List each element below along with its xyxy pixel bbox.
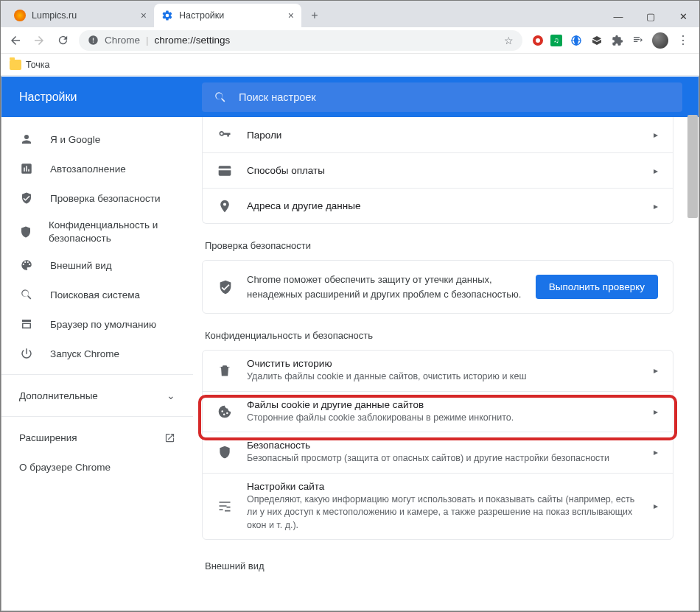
chevron-down-icon: ⌄ — [167, 390, 175, 401]
chevron-right-icon: ▸ — [654, 201, 658, 211]
settings-header: Настройки Поиск настроек — [1, 77, 699, 117]
menu-button[interactable]: ⋮ — [676, 33, 690, 47]
reload-button[interactable] — [52, 30, 73, 51]
tab-title: Lumpics.ru — [32, 10, 77, 21]
row-title: Адреса и другие данные — [247, 200, 639, 211]
privacy-card: Очистить историю Удалить файлы cookie и … — [202, 350, 673, 540]
row-subtitle: Удалить файлы cookie и данные сайтов, оч… — [247, 370, 639, 384]
autofill-card: Пароли ▸ Способы оплаты ▸ Адреса и други… — [202, 117, 673, 224]
sidebar-about-chrome[interactable]: О браузере Chrome — [1, 452, 193, 482]
browser-window: Lumpics.ru × Настройки × + — ▢ ✕ Chrome … — [0, 0, 700, 612]
search-placeholder: Поиск настроек — [239, 91, 316, 103]
sidebar-item-label: Проверка безопасности — [50, 193, 161, 204]
sidebar-item-privacy[interactable]: Конфиденциальность и безопасность — [1, 213, 193, 250]
row-cookies[interactable]: Файлы cookie и другие данные сайтов Стор… — [203, 391, 673, 432]
key-icon — [217, 127, 232, 142]
chevron-right-icon: ▸ — [654, 130, 658, 140]
forward-button[interactable] — [29, 30, 49, 51]
close-icon[interactable]: × — [141, 10, 147, 21]
folder-icon — [10, 60, 21, 70]
sidebar-item-appearance[interactable]: Внешний вид — [1, 250, 193, 280]
sidebar-item-label: Я и Google — [50, 134, 100, 145]
tab-lumpics[interactable]: Lumpics.ru × — [7, 4, 154, 27]
section-heading-safety: Проверка безопасности — [205, 240, 673, 251]
extensions-label: Расширения — [19, 432, 77, 443]
bookmark-label: Точка — [26, 60, 50, 70]
scrollbar-thumb[interactable] — [687, 115, 698, 218]
settings-page: Настройки Поиск настроек Я и Google Авто… — [1, 77, 699, 611]
credit-card-icon — [217, 163, 232, 178]
power-icon — [19, 347, 34, 360]
sidebar-item-label: Внешний вид — [50, 260, 112, 271]
star-icon[interactable]: ☆ — [504, 35, 514, 46]
url-scheme: Chrome — [105, 35, 140, 46]
settings-main[interactable]: Пароли ▸ Способы оплаты ▸ Адреса и други… — [193, 117, 699, 611]
page-title: Настройки — [1, 91, 202, 104]
sidebar-separator — [1, 374, 193, 375]
row-title: Пароли — [247, 130, 639, 141]
sliders-icon — [217, 499, 232, 513]
row-addresses[interactable]: Адреса и другие данные ▸ — [203, 188, 673, 223]
row-subtitle: Сторонние файлы cookie заблокированы в р… — [247, 412, 639, 425]
row-payment-methods[interactable]: Способы оплаты ▸ — [203, 152, 673, 188]
row-clear-browsing-data[interactable]: Очистить историю Удалить файлы cookie и … — [203, 351, 673, 391]
row-title: Очистить историю — [247, 358, 639, 369]
chevron-right-icon: ▸ — [654, 365, 658, 376]
sidebar-item-safety-check[interactable]: Проверка безопасности — [1, 183, 193, 213]
reading-list-icon[interactable] — [631, 34, 645, 47]
titlebar: Lumpics.ru × Настройки × + — ▢ ✕ — [1, 1, 699, 27]
sidebar-separator — [1, 416, 193, 417]
row-title: Безопасность — [247, 440, 639, 451]
sidebar-advanced-toggle[interactable]: Дополнительные ⌄ — [1, 381, 193, 410]
about-label: О браузере Chrome — [19, 462, 111, 473]
autofill-icon — [19, 162, 34, 175]
address-bar[interactable]: Chrome | chrome://settings ☆ — [79, 30, 522, 51]
settings-sidebar: Я и Google Автозаполнение Проверка безоп… — [1, 117, 193, 611]
toolbar: Chrome | chrome://settings ☆ ♫ ⋮ — [1, 27, 699, 54]
back-button[interactable] — [5, 30, 26, 51]
close-icon[interactable]: × — [288, 10, 294, 21]
sidebar-item-label: Запуск Chrome — [50, 348, 119, 359]
ext-icon-4[interactable] — [590, 34, 603, 47]
sidebar-item-on-startup[interactable]: Запуск Chrome — [1, 339, 193, 368]
gear-icon — [161, 10, 173, 21]
ext-icon-3[interactable] — [570, 34, 583, 47]
search-icon — [19, 288, 34, 301]
tab-title: Настройки — [179, 10, 224, 21]
ext-icon-2[interactable]: ♫ — [550, 35, 562, 46]
sidebar-item-autofill[interactable]: Автозаполнение — [1, 154, 193, 183]
row-passwords[interactable]: Пароли ▸ — [203, 117, 673, 152]
extensions-icon[interactable] — [611, 34, 624, 47]
sidebar-item-search-engine[interactable]: Поисковая система — [1, 280, 193, 309]
row-subtitle: Безопасный просмотр (защита от опасных с… — [247, 452, 639, 465]
shield-icon — [217, 445, 232, 460]
profile-avatar[interactable] — [652, 32, 668, 49]
row-site-settings[interactable]: Настройки сайта Определяют, какую информ… — [203, 473, 673, 540]
new-tab-button[interactable]: + — [304, 5, 325, 26]
sidebar-item-label: Браузер по умолчанию — [50, 319, 156, 330]
site-info-icon[interactable] — [88, 35, 99, 46]
shield-check-icon — [19, 191, 34, 205]
sidebar-extensions-link[interactable]: Расширения — [1, 423, 193, 452]
favicon-lumpics — [14, 10, 26, 21]
search-input[interactable]: Поиск настроек — [202, 82, 682, 112]
ext-icon-1[interactable] — [533, 35, 543, 46]
bookmarks-bar: Точка — [1, 54, 699, 76]
maximize-button[interactable]: ▢ — [634, 5, 667, 27]
cookie-icon — [217, 404, 232, 419]
sidebar-item-you-and-google[interactable]: Я и Google — [1, 124, 193, 154]
close-window-button[interactable]: ✕ — [667, 5, 699, 27]
row-security[interactable]: Безопасность Безопасный просмотр (защита… — [203, 432, 673, 473]
bookmark-tochka[interactable]: Точка — [10, 60, 50, 70]
minimize-button[interactable]: — — [602, 5, 634, 27]
chevron-right-icon: ▸ — [654, 447, 658, 457]
row-title: Способы оплаты — [247, 165, 639, 176]
sidebar-item-default-browser[interactable]: Браузер по умолчанию — [1, 309, 193, 339]
open-in-new-icon — [164, 432, 175, 443]
tab-settings[interactable]: Настройки × — [154, 4, 301, 27]
run-safety-check-button[interactable]: Выполнить проверку — [536, 275, 658, 299]
shield-icon — [19, 225, 32, 239]
url-divider: | — [146, 35, 149, 46]
sidebar-item-label: Автозаполнение — [50, 163, 126, 175]
advanced-label: Дополнительные — [19, 390, 98, 401]
